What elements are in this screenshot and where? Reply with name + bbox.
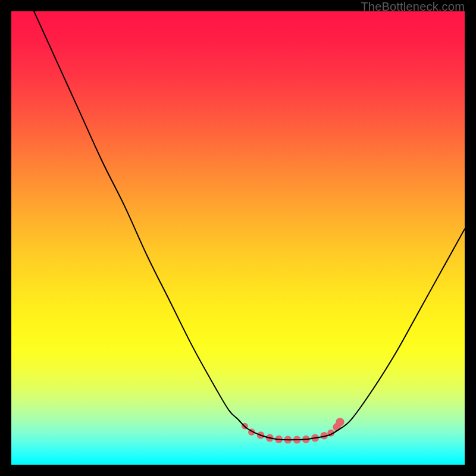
bead-dot (336, 418, 344, 426)
chart-stage: TheBottleneck.com (0, 0, 476, 476)
plot-area (11, 11, 465, 465)
bottleneck-curve (34, 11, 465, 440)
watermark-text: TheBottleneck.com (361, 0, 465, 14)
curve-layer (11, 11, 465, 465)
